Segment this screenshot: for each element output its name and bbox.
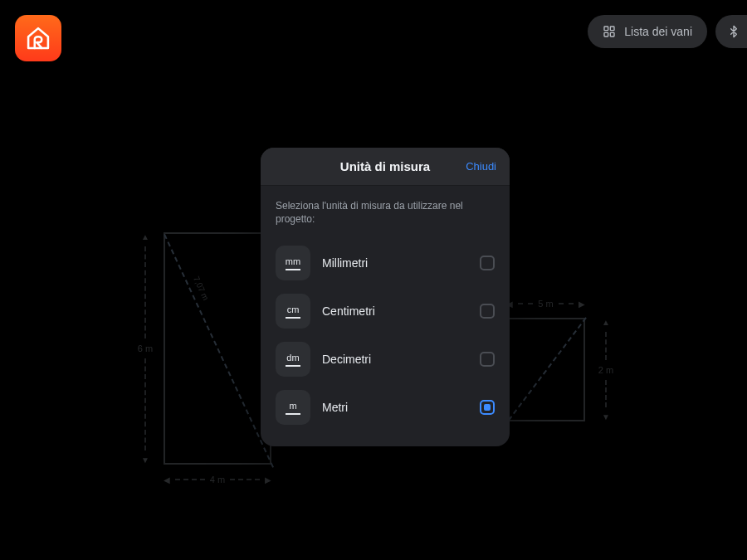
modal-header: Unità di misura Chiudi [261,148,510,186]
unit-label: Centimetri [322,304,468,318]
dimension-guide: ▲ 2 m ▼ [594,318,618,421]
close-button[interactable]: Chiudi [466,160,496,173]
underline-icon [286,413,300,415]
unit-chip[interactable]: m [276,390,310,425]
unit-option-row[interactable]: dmDecimetri [276,335,495,383]
underline-icon [286,365,300,367]
units-modal: Unità di misura Chiudi Seleziona l'unità… [261,148,510,446]
unit-label: Millimetri [322,256,468,270]
underline-icon [286,317,300,319]
dimension-label: 2 m [598,365,613,375]
svg-rect-1 [611,27,615,31]
unit-option-row[interactable]: mMetri [276,383,495,431]
dimension-guide: ◀ 5 m ▶ [506,299,585,309]
bluetooth-button[interactable] [715,15,747,48]
grid-icon [603,25,616,38]
unit-chip[interactable]: cm [276,294,310,329]
app-logo[interactable] [15,15,61,61]
modal-title: Unità di misura [340,159,430,173]
dimension-label: 5 m [538,299,553,309]
room-shape [506,318,585,421]
unit-label: Decimetri [322,353,468,366]
dimension-label: 4 m [210,475,225,485]
svg-rect-3 [611,32,615,37]
svg-rect-0 [604,27,608,31]
svg-rect-2 [604,32,608,37]
bluetooth-icon [727,25,740,38]
dimension-guide: ◀ 4 m ▶ [164,475,271,485]
dimension-guide: ▲ 6 m ▼ [133,232,158,465]
unit-option-row[interactable]: cmCentimetri [276,287,495,335]
unit-chip[interactable]: dm [276,342,310,377]
unit-abbr: m [289,401,296,411]
unit-abbr: cm [287,304,300,314]
unit-checkbox[interactable] [480,352,495,367]
rooms-list-label: Lista dei vani [624,25,692,38]
unit-option-row[interactable]: mmMillimetri [276,239,495,287]
unit-checkbox[interactable] [480,400,495,415]
room-shape [164,232,271,465]
unit-abbr: dm [286,353,299,363]
unit-checkbox[interactable] [480,304,495,319]
dimension-label: 6 m [138,343,153,353]
rooms-list-button[interactable]: Lista dei vani [588,15,707,48]
modal-description: Seleziona l'unità di misura da utilizzar… [276,199,495,226]
underline-icon [286,269,300,270]
unit-label: Metri [322,401,468,414]
unit-checkbox[interactable] [480,256,495,270]
room-diagonal [164,234,274,468]
dimension-label: 7,07 m [192,275,211,301]
house-r-icon [24,24,52,52]
unit-chip[interactable]: mm [276,246,310,280]
room-diagonal [508,317,587,421]
unit-abbr: mm [286,256,300,266]
